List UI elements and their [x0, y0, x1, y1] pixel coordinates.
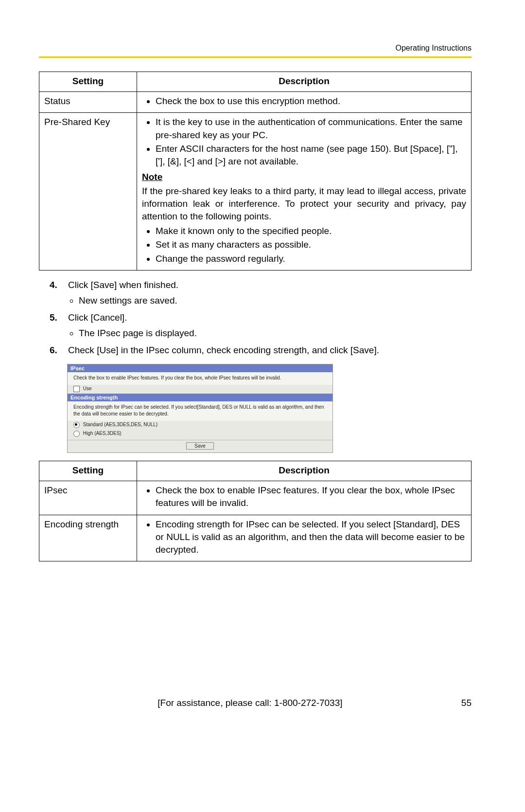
step-number: 5. — [50, 311, 57, 325]
step-number: 6. — [50, 343, 57, 358]
header-rule — [39, 56, 472, 58]
use-checkbox-row[interactable]: Use — [68, 385, 332, 394]
cell-description: Encoding strength for IPsec can be selec… — [137, 515, 472, 561]
assistance-text: [For assistance, please call: 1-800-272-… — [39, 698, 461, 708]
radio-icon[interactable] — [73, 431, 80, 437]
ipsec-desc: Check the box to enable IPsec features. … — [68, 372, 332, 385]
list-item: It is the key to use in the authenticati… — [156, 116, 466, 141]
list-item: Change the password regularly. — [156, 253, 466, 265]
cell-setting: Pre-Shared Key — [39, 113, 137, 270]
page-header: Operating Instructions — [39, 44, 472, 53]
list-item: Check the box to enable IPsec features. … — [156, 484, 466, 509]
list-item: Make it known only to the specified peop… — [156, 225, 466, 237]
list-item: New settings are saved. — [79, 294, 472, 308]
table-row: Pre-Shared Key It is the key to use in t… — [39, 113, 472, 270]
cell-description: Check the box to use this encryption met… — [137, 92, 472, 113]
list-item: Enter ASCII characters for the host name… — [156, 143, 466, 168]
cell-description: Check the box to enable IPsec features. … — [137, 481, 472, 515]
radio-standard-row[interactable]: Standard (AES,3DES,DES, NULL) — [68, 421, 332, 430]
use-label: Use — [83, 386, 92, 391]
checkbox-icon[interactable] — [73, 386, 80, 392]
table-row: Status Check the box to use this encrypt… — [39, 92, 472, 113]
th-setting: Setting — [39, 461, 137, 481]
note-label: Note — [142, 171, 466, 183]
page-footer: [For assistance, please call: 1-800-272-… — [39, 698, 472, 708]
cell-description: It is the key to use in the authenticati… — [137, 113, 472, 270]
encoding-desc: Encoding strength for IPsec can be selec… — [68, 401, 332, 421]
cell-setting: IPsec — [39, 481, 137, 515]
th-description: Description — [137, 461, 472, 481]
page-number: 55 — [461, 698, 472, 708]
table-row: IPsec Check the box to enable IPsec feat… — [39, 481, 472, 515]
encoding-header: Encoding strength — [68, 394, 332, 401]
cell-setting: Status — [39, 92, 137, 113]
th-description: Description — [137, 72, 472, 92]
note-paragraph: If the pre-shared key leaks to a third p… — [142, 185, 466, 223]
settings-table-1: Setting Description Status Check the box… — [39, 72, 472, 271]
radio-high-label: High (AES,3DES) — [83, 431, 122, 436]
step-text: Click [Save] when finished. — [68, 280, 178, 290]
step-4: 4. Click [Save] when finished. New setti… — [39, 278, 472, 308]
save-button[interactable]: Save — [186, 442, 214, 450]
list-item: Encoding strength for IPsec can be selec… — [156, 518, 466, 557]
ipsec-screenshot: IPsec Check the box to enable IPsec feat… — [67, 364, 333, 453]
step-text: Click [Cancel]. — [68, 312, 127, 323]
step-5: 5. Click [Cancel]. The IPsec page is dis… — [39, 311, 472, 341]
radio-high-row[interactable]: High (AES,3DES) — [68, 430, 332, 438]
ipsec-header: IPsec — [68, 364, 332, 372]
list-item: Set it as many characters as possible. — [156, 238, 466, 251]
steps-list: 4. Click [Save] when finished. New setti… — [39, 278, 472, 358]
radio-standard-label: Standard (AES,3DES,DES, NULL) — [83, 422, 158, 427]
step-6: 6. Check [Use] in the IPsec column, chec… — [39, 343, 472, 358]
th-setting: Setting — [39, 72, 137, 92]
radio-icon[interactable] — [73, 422, 80, 428]
step-number: 4. — [50, 278, 57, 292]
settings-table-2: Setting Description IPsec Check the box … — [39, 461, 472, 561]
table-row: Encoding strength Encoding strength for … — [39, 515, 472, 561]
step-text: Check [Use] in the IPsec column, check e… — [68, 345, 379, 355]
cell-setting: Encoding strength — [39, 515, 137, 561]
list-item: The IPsec page is displayed. — [79, 326, 472, 341]
list-item: Check the box to use this encryption met… — [156, 95, 466, 108]
